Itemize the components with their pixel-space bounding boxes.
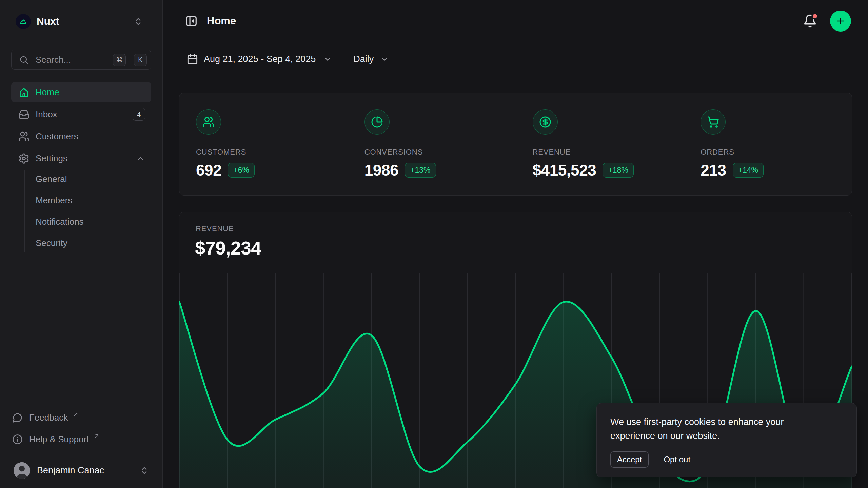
sidebar-item-customers[interactable]: Customers <box>11 126 151 146</box>
chevron-up-down-icon <box>140 466 149 475</box>
kbd-command: ⌘ <box>113 54 126 66</box>
stat-card-customers: CUSTOMERS 692 +6% <box>179 93 348 195</box>
feedback-label: Feedback <box>29 412 68 423</box>
notification-dot <box>811 13 818 20</box>
page-header: Home <box>163 0 868 42</box>
chevron-down-icon <box>380 55 389 64</box>
sidebar-nav: Home Inbox 4 Customers Settings <box>11 82 151 168</box>
stat-label: CUSTOMERS <box>196 148 348 157</box>
settings-subnav: General Members Notifications Security <box>11 168 151 254</box>
sidebar-item-security[interactable]: Security <box>11 232 151 254</box>
stat-card-revenue: REVENUE $415,523 +18% <box>516 93 684 195</box>
header-actions <box>803 11 868 32</box>
external-link-arrow-icon <box>93 433 100 440</box>
user-name: Benjamin Canac <box>37 465 104 476</box>
stats-cards: CUSTOMERS 692 +6% CONVERSIONS 1986 +13% … <box>179 93 852 196</box>
stat-label: CONVERSIONS <box>364 148 516 157</box>
stat-card-conversions: CONVERSIONS 1986 +13% <box>348 93 516 195</box>
feedback-link[interactable]: Feedback <box>11 409 151 426</box>
sidebar-item-general[interactable]: General <box>11 168 151 190</box>
stat-label: ORDERS <box>701 148 852 157</box>
stat-value: 1986 <box>364 161 398 179</box>
help-support-label: Help & Support <box>29 434 89 445</box>
stat-delta-badge: +18% <box>603 163 633 178</box>
add-button[interactable] <box>830 11 851 32</box>
stat-delta-badge: +14% <box>733 163 764 178</box>
date-range-label: Aug 21, 2025 - Sep 4, 2025 <box>204 54 316 64</box>
granularity-label: Daily <box>353 54 374 64</box>
calendar-icon <box>186 53 198 65</box>
sidebar-item-label: Home <box>36 87 59 98</box>
sidebar-item-members[interactable]: Members <box>11 190 151 211</box>
stat-delta-badge: +6% <box>228 163 255 178</box>
date-range-picker[interactable]: Aug 21, 2025 - Sep 4, 2025 <box>186 53 332 65</box>
search-icon <box>19 55 29 65</box>
chevron-up-down-icon <box>134 17 143 26</box>
sidebar-item-inbox[interactable]: Inbox 4 <box>11 104 151 124</box>
sidebar-divider <box>0 452 162 452</box>
home-icon <box>18 87 29 98</box>
filters-toolbar: Aug 21, 2025 - Sep 4, 2025 Daily <box>163 42 868 76</box>
workspace-switcher[interactable]: Nuxt <box>16 13 143 30</box>
kbd-k: K <box>134 54 147 66</box>
sidebar-item-label: Customers <box>36 131 78 142</box>
cart-icon <box>701 109 726 135</box>
users-icon <box>196 109 221 135</box>
accept-button[interactable]: Accept <box>610 451 649 468</box>
stat-delta-badge: +13% <box>405 163 436 178</box>
sidebar-collapse-icon[interactable] <box>185 15 198 27</box>
stat-card-orders: ORDERS 213 +14% <box>684 93 852 195</box>
opt-out-button[interactable]: Opt out <box>664 455 690 464</box>
granularity-select[interactable]: Daily <box>353 54 389 64</box>
sidebar: Nuxt ⌘ K Home Inbox 4 Customers Settings <box>0 0 163 488</box>
stat-value: $415,523 <box>533 161 596 179</box>
nuxt-logo-icon <box>16 14 31 29</box>
search-bar[interactable]: ⌘ K <box>11 50 151 70</box>
revenue-chart-label: REVENUE <box>196 224 234 233</box>
sidebar-item-notifications[interactable]: Notifications <box>11 211 151 232</box>
external-link-arrow-icon <box>72 411 79 418</box>
avatar <box>14 462 30 479</box>
chevron-down-icon <box>323 55 332 64</box>
chevron-up-icon <box>136 154 145 163</box>
stat-value: 692 <box>196 161 221 179</box>
sidebar-item-settings[interactable]: Settings <box>11 148 151 168</box>
page-title: Home <box>207 15 236 27</box>
search-input[interactable] <box>35 54 107 65</box>
revenue-chart-value: $79,234 <box>195 237 261 259</box>
help-support-link[interactable]: Help & Support <box>11 431 151 447</box>
inbox-icon <box>18 109 29 120</box>
sidebar-footer: Feedback Help & Support <box>11 409 151 447</box>
stat-label: REVENUE <box>533 148 684 157</box>
info-circle-icon <box>12 434 23 445</box>
message-circle-icon <box>12 412 23 423</box>
workspace-name: Nuxt <box>37 16 59 27</box>
cookie-banner: We use first-party cookies to enhance yo… <box>596 403 857 477</box>
cookie-message: We use first-party cookies to enhance yo… <box>610 415 814 443</box>
users-icon <box>18 131 29 142</box>
notifications-button[interactable] <box>803 14 817 28</box>
subnav-guide-line <box>24 170 25 252</box>
dollar-circle-icon <box>533 109 558 135</box>
sidebar-item-label: Settings <box>36 153 67 164</box>
gear-icon <box>18 153 29 164</box>
user-menu[interactable]: Benjamin Canac <box>5 458 157 483</box>
sidebar-item-home[interactable]: Home <box>11 82 151 102</box>
sidebar-item-label: Inbox <box>36 109 57 120</box>
inbox-count-badge: 4 <box>133 108 145 121</box>
plus-icon <box>835 16 846 26</box>
stat-value: 213 <box>701 161 726 179</box>
pie-chart-icon <box>364 109 390 135</box>
